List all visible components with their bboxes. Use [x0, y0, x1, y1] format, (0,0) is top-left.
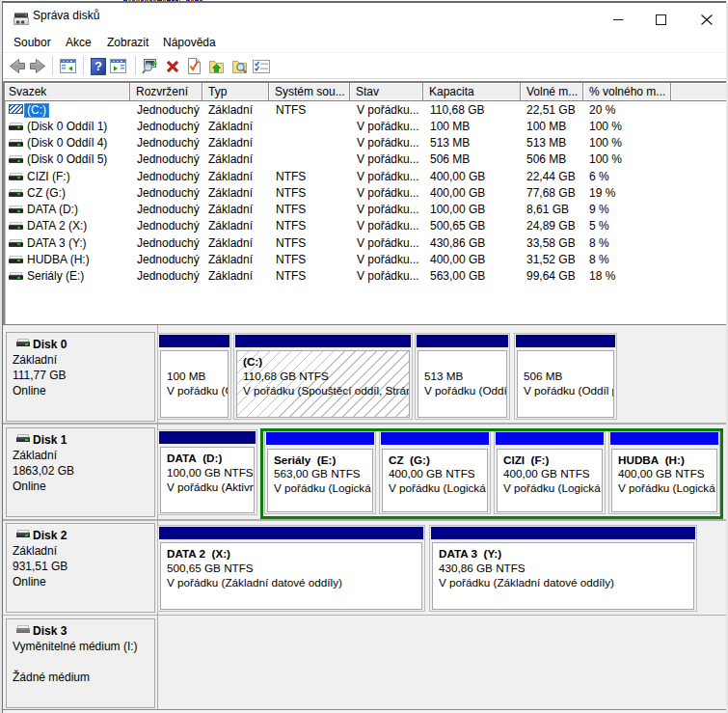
svg-text:?: ? [94, 59, 102, 73]
